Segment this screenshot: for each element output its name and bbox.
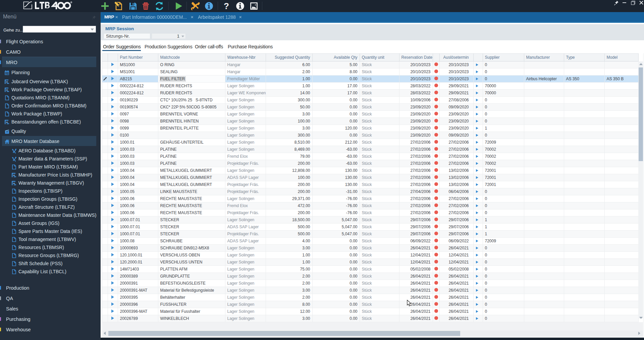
svg-text:?: ? <box>224 1 229 11</box>
